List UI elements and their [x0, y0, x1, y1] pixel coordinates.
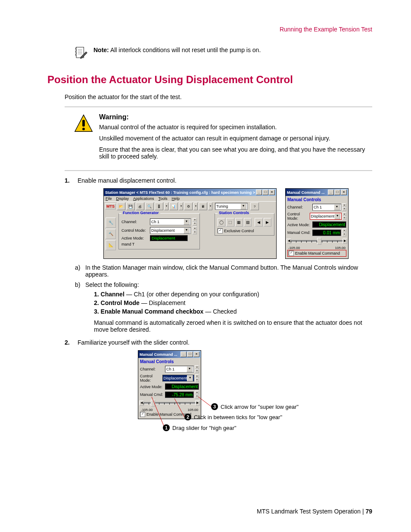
dropdown-arrow-icon: ▼ — [184, 219, 190, 225]
substep-b: b) Select the following: 1. Channel — Ch… — [75, 281, 372, 333]
sc-icon-4[interactable]: ▧ — [244, 218, 252, 227]
tuning-select-value: Tuning — [216, 204, 228, 208]
sc-icon-5[interactable]: ◀ — [255, 218, 262, 227]
step-1-number: 1. — [65, 177, 78, 184]
slider-thumb[interactable] — [151, 400, 155, 407]
intro-paragraph: Position the actuator for the start of t… — [65, 93, 372, 100]
warning-block: Warning: Manual control of the actuator … — [73, 113, 372, 164]
callout-1-number: 1 — [163, 424, 170, 431]
menu-display[interactable]: Display — [116, 196, 129, 201]
mc1-slider[interactable]: ◀ ▶ — [287, 237, 346, 245]
fg-channel-spinner[interactable]: ▴▾ — [193, 218, 197, 226]
mc1-cmd-label: Manual Cmd: — [287, 230, 311, 235]
step-2: 2. Familiarize yourself with the slider … — [65, 339, 372, 346]
menu-applications[interactable]: Applications — [133, 196, 154, 201]
minimize-button[interactable]: _ — [181, 352, 187, 357]
toolbar-monitor-icon[interactable]: 🖥 — [199, 202, 207, 210]
tuning-select[interactable]: Tuning ▼ — [215, 203, 248, 210]
callout-3: 3 Click arrow for "super low gear" — [211, 403, 299, 410]
warning-icon — [73, 113, 94, 134]
step-2-number: 2. — [65, 339, 78, 346]
sidebar-icon-1[interactable]: 🔧 — [106, 218, 116, 228]
manual-command-window-2: Manual Command ... _ □ × Manual Controls… — [138, 350, 201, 419]
dropdown-arrow-icon: ▼ — [184, 227, 190, 233]
sc-icon-2[interactable]: ⬚ — [226, 218, 234, 227]
fg-active-label: Active Mode: — [121, 236, 148, 240]
toolbar-dd-1[interactable]: ▾ — [164, 202, 168, 210]
sidebar-icon-3[interactable]: 📐 — [106, 240, 116, 250]
sc-icon-1[interactable]: ◯ — [218, 218, 225, 227]
mc1-enable-checkbox[interactable]: ✓ — [289, 251, 294, 256]
mc1-title-text: Manual Command ... — [287, 190, 325, 195]
mc1-channel-spinner[interactable]: ▴▾ — [342, 203, 346, 211]
mc1-channel-value: Ch 1 — [314, 205, 322, 209]
mc2-cmd-spinner[interactable]: ▴▾ — [195, 391, 199, 398]
mc1-cmd-spinner[interactable]: ▴▾ — [342, 229, 346, 236]
manual-command-window-1: Manual Command ... _ □ × Manual Controls… — [285, 188, 349, 259]
mc2-title-text: Manual Command ... — [140, 352, 177, 357]
minimize-button[interactable]: _ — [256, 190, 262, 195]
step-2-text: Familiarize yourself with the slider con… — [78, 339, 372, 346]
toolbar-save-icon[interactable]: 💾 — [126, 202, 135, 210]
close-button[interactable]: × — [269, 190, 275, 195]
warning-p3: Ensure that the area is clear, that you … — [99, 146, 372, 160]
menu-help[interactable]: Help — [172, 196, 180, 201]
exclusive-checkbox[interactable]: ✓ — [218, 228, 223, 233]
mc2-enable-checkbox[interactable]: ✓ — [140, 412, 145, 417]
mc1-ctrlmode-select[interactable]: Displacement▼ — [310, 213, 342, 220]
mc2-channel-select[interactable]: Ch 1▼ — [165, 366, 194, 373]
mc1-titlebar: Manual Command ... _ □ × — [286, 189, 348, 196]
substep-a-text: In the Station Manager main window, clic… — [85, 264, 372, 278]
sidebar-icon-2[interactable]: 🔨 — [106, 229, 116, 239]
mc2-slider[interactable]: ◀ ▶ — [140, 399, 199, 407]
toolbar-open-icon[interactable]: 📂 — [117, 202, 125, 210]
mc1-channel-select[interactable]: Ch 1▼ — [312, 204, 341, 211]
fg-ctrlmode-spinner[interactable]: ▴▾ — [193, 227, 197, 234]
slider-arrow-right-icon[interactable]: ▶ — [195, 401, 200, 406]
slider-arrow-right-icon[interactable]: ▶ — [342, 239, 347, 244]
figure-slider-callouts: Manual Command ... _ □ × Manual Controls… — [138, 350, 353, 441]
toolbar-gear-icon[interactable]: ⚙ — [184, 202, 193, 210]
footer-page-number: 79 — [365, 508, 372, 515]
mc1-ctrlmode-label: Control Mode: — [287, 212, 309, 221]
toolbar-dd-3[interactable]: ▾ — [193, 202, 198, 210]
mc2-ctrlmode-spinner[interactable]: ▴▾ — [195, 374, 199, 382]
toolbar-help-icon[interactable]: ? — [250, 202, 259, 210]
note-label: Note: — [93, 47, 109, 53]
function-generator-fieldset: Function Generator Channel: Ch 1 ▼ ▴▾ Co… — [118, 213, 200, 249]
toolbar-preview-icon[interactable]: 🔍 — [145, 202, 154, 210]
minimize-button[interactable]: _ — [328, 190, 334, 195]
fg-ctrlmode-select[interactable]: Displacement ▼ — [150, 227, 191, 234]
svg-rect-5 — [82, 120, 85, 126]
sm-sidebar-icons: 🔧 🔨 📐 — [106, 212, 116, 250]
mc2-channel-spinner[interactable]: ▴▾ — [195, 365, 199, 373]
close-button[interactable]: × — [341, 190, 347, 195]
slider-thumb[interactable] — [317, 238, 321, 245]
menu-tools[interactable]: Tools — [159, 196, 168, 201]
dropdown-arrow-icon: ▼ — [240, 203, 246, 209]
mc2-ctrlmode-select[interactable]: Displacement▼ — [162, 375, 195, 382]
note-text: All interlock conditions will not reset … — [109, 47, 261, 53]
sc-legend: Station Controls — [218, 211, 250, 215]
mc1-cmd-value: 0.01 mm — [312, 230, 341, 236]
toolbar-app-icon[interactable]: 📊 — [169, 202, 178, 210]
close-button[interactable]: × — [193, 352, 199, 357]
figure-station-manager: Station Manager < MTS FlexTest 60 : Trai… — [103, 188, 372, 259]
sc-icon-3[interactable]: ▦ — [235, 218, 243, 227]
fg-channel-label: Channel: — [121, 220, 148, 224]
callout-3-number: 3 — [211, 403, 218, 410]
toolbar-dd-2[interactable]: ▾ — [179, 202, 183, 210]
toolbar-tune-icon[interactable]: 🎛 — [155, 202, 163, 210]
toolbar-dd-4[interactable]: ▾ — [208, 202, 212, 210]
mc1-ctrlmode-spinner[interactable]: ▴▾ — [342, 212, 346, 220]
manual-cmd-note: Manual command is automatically zeroed w… — [94, 319, 372, 333]
sc-icon-6[interactable]: ▶ — [264, 218, 271, 227]
maximize-button[interactable]: □ — [334, 190, 340, 195]
mc1-legend: Manual Controls — [287, 197, 346, 202]
fg-channel-select[interactable]: Ch 1 ▼ — [150, 218, 191, 225]
toolbar-print-icon[interactable]: 🖨 — [136, 202, 144, 210]
maximize-button[interactable]: □ — [262, 190, 268, 195]
maximize-button[interactable]: □ — [187, 352, 193, 357]
inner-item-3: 3. Enable Manual Command checkbox — Chec… — [94, 308, 372, 315]
menu-file[interactable]: File — [106, 196, 112, 201]
